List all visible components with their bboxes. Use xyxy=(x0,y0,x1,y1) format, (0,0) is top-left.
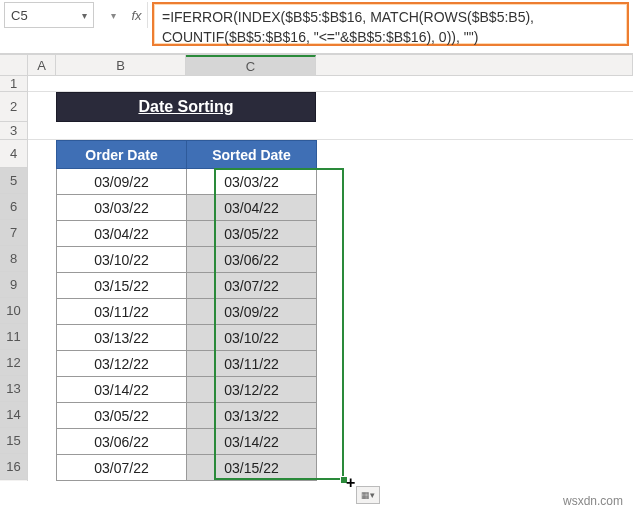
col-header-rest xyxy=(316,55,633,75)
cell-sorted[interactable]: 03/12/22 xyxy=(187,377,317,403)
cell-order[interactable]: 03/14/22 xyxy=(57,377,187,403)
cell-sorted[interactable]: 03/06/22 xyxy=(187,247,317,273)
row-header-11[interactable]: 11 xyxy=(0,324,27,350)
grid: 1 2 3 4 5 6 7 8 9 10 11 12 13 14 15 16 D… xyxy=(0,76,633,481)
row-1-blank[interactable] xyxy=(28,76,633,92)
row-headers: 1 2 3 4 5 6 7 8 9 10 11 12 13 14 15 16 xyxy=(0,76,28,481)
cells-area[interactable]: Date Sorting Order Date Sorted Date 03/0… xyxy=(28,76,633,481)
table-row: 03/12/2203/11/22 xyxy=(57,351,317,377)
cell-order[interactable]: 03/06/22 xyxy=(57,429,187,455)
row-header-13[interactable]: 13 xyxy=(0,376,27,402)
cell-sorted[interactable]: 03/03/22 xyxy=(187,169,317,195)
table-row: 03/04/2203/05/22 xyxy=(57,221,317,247)
table-row: 03/07/2203/15/22 xyxy=(57,455,317,481)
table-row: 03/11/2203/09/22 xyxy=(57,299,317,325)
row-header-6[interactable]: 6 xyxy=(0,194,27,220)
data-table-wrap: Order Date Sorted Date 03/09/2203/03/22 … xyxy=(28,140,633,481)
row-header-3[interactable]: 3 xyxy=(0,122,27,140)
cell-order[interactable]: 03/05/22 xyxy=(57,403,187,429)
header-order-date[interactable]: Order Date xyxy=(57,141,187,169)
cell-sorted[interactable]: 03/15/22 xyxy=(187,455,317,481)
table-row: 03/06/2203/14/22 xyxy=(57,429,317,455)
table-row: 03/09/2203/03/22 xyxy=(57,169,317,195)
cell-sorted[interactable]: 03/11/22 xyxy=(187,351,317,377)
name-box-dropdown-icon[interactable]: ▾ xyxy=(75,10,93,21)
cell-sorted[interactable]: 03/14/22 xyxy=(187,429,317,455)
formula-input[interactable]: =IFERROR(INDEX($B$5:$B$16, MATCH(ROWS($B… xyxy=(152,2,629,46)
table-row: 03/03/2203/04/22 xyxy=(57,195,317,221)
formula-dropdown-icon[interactable]: ▾ xyxy=(100,2,126,28)
cell-sorted[interactable]: 03/09/22 xyxy=(187,299,317,325)
row-header-4[interactable]: 4 xyxy=(0,140,27,168)
fx-label-icon[interactable]: fx xyxy=(126,2,148,28)
row-header-15[interactable]: 15 xyxy=(0,428,27,454)
name-box-value: C5 xyxy=(5,8,75,23)
row-header-10[interactable]: 10 xyxy=(0,298,27,324)
row-3-blank[interactable] xyxy=(28,122,633,140)
header-sorted-date[interactable]: Sorted Date xyxy=(187,141,317,169)
cell-order[interactable]: 03/12/22 xyxy=(57,351,187,377)
row-header-12[interactable]: 12 xyxy=(0,350,27,376)
watermark: wsxdn.com xyxy=(563,494,623,508)
name-box[interactable]: C5 ▾ xyxy=(4,2,94,28)
cell-sorted[interactable]: 03/10/22 xyxy=(187,325,317,351)
row-header-2[interactable]: 2 xyxy=(0,92,27,122)
table-row: 03/14/2203/12/22 xyxy=(57,377,317,403)
cell-sorted[interactable]: 03/13/22 xyxy=(187,403,317,429)
cell-order[interactable]: 03/04/22 xyxy=(57,221,187,247)
cell-sorted[interactable]: 03/04/22 xyxy=(187,195,317,221)
table-row: 03/10/2203/06/22 xyxy=(57,247,317,273)
row-header-1[interactable]: 1 xyxy=(0,76,27,92)
cell-order[interactable]: 03/15/22 xyxy=(57,273,187,299)
cell-order[interactable]: 03/13/22 xyxy=(57,325,187,351)
col-header-b[interactable]: B xyxy=(56,55,186,75)
row-header-14[interactable]: 14 xyxy=(0,402,27,428)
cell-sorted[interactable]: 03/05/22 xyxy=(187,221,317,247)
col-header-c[interactable]: C xyxy=(186,55,316,75)
cell-order[interactable]: 03/03/22 xyxy=(57,195,187,221)
fill-cursor-icon: + xyxy=(346,474,355,492)
col-header-a[interactable]: A xyxy=(28,55,56,75)
column-headers: A B C xyxy=(0,54,633,76)
autofill-options-button[interactable]: ▦▾ xyxy=(356,486,380,504)
page-title[interactable]: Date Sorting xyxy=(56,92,316,122)
data-table: Order Date Sorted Date 03/09/2203/03/22 … xyxy=(56,140,317,481)
table-header-row: Order Date Sorted Date xyxy=(57,141,317,169)
row-header-5[interactable]: 5 xyxy=(0,168,27,194)
cell-sorted[interactable]: 03/07/22 xyxy=(187,273,317,299)
cell-order[interactable]: 03/09/22 xyxy=(57,169,187,195)
row-header-7[interactable]: 7 xyxy=(0,220,27,246)
row-header-16[interactable]: 16 xyxy=(0,454,27,480)
cell-order[interactable]: 03/10/22 xyxy=(57,247,187,273)
table-row: 03/05/2203/13/22 xyxy=(57,403,317,429)
formula-bar-row: C5 ▾ ▾ fx =IFERROR(INDEX($B$5:$B$16, MAT… xyxy=(0,0,633,54)
table-row: 03/15/2203/07/22 xyxy=(57,273,317,299)
title-row: Date Sorting xyxy=(28,92,633,122)
select-all-triangle[interactable] xyxy=(0,55,28,75)
cell-order[interactable]: 03/07/22 xyxy=(57,455,187,481)
row-header-9[interactable]: 9 xyxy=(0,272,27,298)
table-row: 03/13/2203/10/22 xyxy=(57,325,317,351)
cell-order[interactable]: 03/11/22 xyxy=(57,299,187,325)
row-header-8[interactable]: 8 xyxy=(0,246,27,272)
